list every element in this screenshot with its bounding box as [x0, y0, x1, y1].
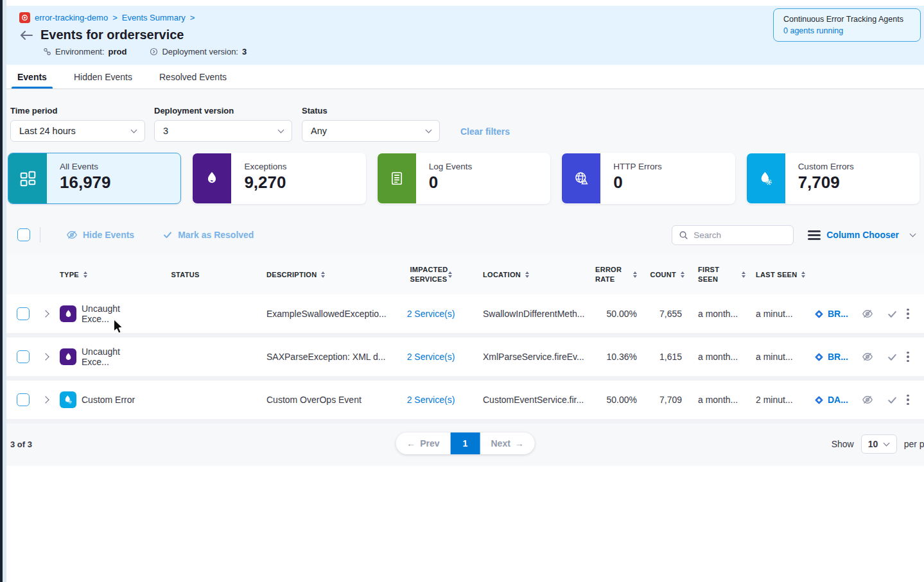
card-label: HTTP Errors — [613, 162, 662, 171]
agents-running-link[interactable]: 0 agents running — [783, 26, 911, 35]
module-icon — [19, 12, 30, 23]
page-number-button[interactable]: 1 — [451, 432, 480, 454]
tab-resolved-events[interactable]: Resolved Events — [153, 65, 232, 89]
clear-filters-button[interactable]: Clear filters — [460, 126, 510, 137]
column-header-description[interactable]: DESCRIPTION — [222, 270, 396, 280]
card-custom-errors[interactable]: Custom Errors 7,709 — [746, 153, 920, 204]
next-page-button[interactable]: Next → — [480, 432, 535, 454]
breadcrumb-project[interactable]: error-tracking-demo — [35, 13, 108, 22]
sort-icon — [801, 271, 805, 278]
hide-event-eye-off-icon[interactable] — [862, 351, 877, 363]
sort-icon — [83, 271, 87, 278]
table-row: Uncaught Exce... ExampleSwallowedExcepti… — [6, 295, 924, 338]
custom-error-flame-gear-icon — [60, 391, 76, 408]
time-period-select[interactable]: Last 24 hours — [10, 120, 145, 142]
row-menu-kebab-icon[interactable] — [907, 352, 909, 363]
card-label: All Events — [60, 162, 111, 171]
environment-meta: Environment: prod — [43, 47, 126, 56]
column-header-first-seen[interactable]: FIRST SEEN — [684, 265, 745, 284]
column-header-impacted-services[interactable]: IMPACTED SERVICES — [396, 265, 466, 284]
table-row: Uncaught Exce... SAXParseException: XML … — [6, 338, 924, 381]
sort-icon — [448, 271, 452, 278]
deployment-icon — [150, 47, 158, 56]
resolve-check-icon[interactable] — [887, 352, 899, 363]
expand-row-icon[interactable] — [42, 353, 49, 360]
impacted-services-link[interactable]: 2 Service(s) — [407, 352, 455, 362]
show-label: Show — [832, 439, 854, 449]
card-exceptions[interactable]: Exceptions 9,270 — [192, 153, 365, 204]
column-header-error-rate[interactable]: ERROR RATE — [585, 265, 640, 284]
deployment-version-value: 3 — [163, 126, 168, 136]
error-rate-cell: 50.00% — [585, 309, 640, 319]
impacted-services-link[interactable]: 2 Service(s) — [407, 395, 455, 405]
search-input[interactable] — [693, 230, 787, 240]
sort-icon — [321, 271, 325, 278]
hamburger-icon — [808, 230, 821, 240]
status-select[interactable]: Any — [302, 120, 440, 142]
card-label: Log Events — [429, 162, 473, 171]
type-label: Uncaught Exce... — [82, 347, 148, 367]
hide-event-eye-off-icon[interactable] — [862, 308, 877, 320]
flame-icon — [193, 153, 231, 203]
count-cell: 1,615 — [640, 352, 684, 362]
work-item-diamond-icon — [814, 309, 824, 319]
card-http-errors[interactable]: HTTP Errors 0 — [561, 153, 735, 204]
type-label: Uncaught Exce... — [82, 304, 148, 324]
mark-resolved-button[interactable]: Mark as Resolved — [162, 230, 254, 240]
expand-row-icon[interactable] — [42, 310, 49, 317]
type-cell: Custom Error — [55, 391, 148, 408]
row-menu-kebab-icon[interactable] — [907, 395, 909, 406]
back-arrow-icon[interactable] — [19, 30, 33, 40]
row-menu-kebab-icon[interactable] — [907, 309, 909, 320]
page-size-control: Show 10 per page — [832, 434, 924, 454]
last-seen-cell: 2 minut... — [745, 395, 806, 405]
events-table: TYPE STATUS DESCRIPTION IMPACTED SERVICE… — [6, 255, 924, 424]
resolve-check-icon[interactable] — [887, 395, 899, 406]
agents-box-title: Continuous Error Tracking Agents — [783, 15, 911, 24]
breadcrumb-events-summary[interactable]: Events Summary — [122, 13, 186, 22]
page-size-select[interactable]: 10 — [861, 434, 897, 454]
globe-error-icon — [562, 153, 600, 203]
card-log-events[interactable]: Log Events 0 — [377, 153, 550, 204]
hide-event-eye-off-icon[interactable] — [862, 394, 877, 406]
resolve-check-icon[interactable] — [887, 309, 899, 320]
page-title: Events for orderservice — [40, 28, 184, 42]
main-content: Time period Last 24 hours Deployment ver… — [6, 89, 924, 466]
tab-hidden-events[interactable]: Hidden Events — [68, 65, 138, 89]
agents-status-box: Continuous Error Tracking Agents 0 agent… — [773, 8, 921, 42]
row-checkbox[interactable] — [17, 393, 30, 406]
row-checkbox[interactable] — [17, 350, 30, 363]
deployment-label: Deployment version: — [162, 47, 238, 56]
expand-row-icon[interactable] — [42, 396, 49, 403]
card-all-events[interactable]: All Events 16,979 — [8, 153, 181, 204]
time-period-filter: Time period Last 24 hours — [10, 106, 145, 142]
environment-value: prod — [109, 47, 127, 56]
tab-events[interactable]: Events — [12, 65, 53, 89]
column-header-location[interactable]: LOCATION — [466, 270, 585, 280]
error-rate-cell: 10.36% — [585, 352, 640, 362]
deployment-version-select[interactable]: 3 — [154, 120, 292, 142]
column-header-type[interactable]: TYPE — [55, 270, 148, 280]
first-seen-cell: a month... — [684, 352, 745, 362]
prev-page-button[interactable]: ← Prev — [396, 432, 450, 454]
column-header-count[interactable]: COUNT — [640, 270, 684, 280]
count-cell: 7,655 — [640, 309, 684, 319]
deployment-meta: Deployment version: 3 — [150, 47, 247, 56]
card-value: 16,979 — [60, 173, 111, 193]
table-toolbar: Hide Events Mark as Resolved Column Choo… — [6, 224, 924, 246]
chevron-down-icon — [910, 231, 916, 237]
chevron-down-icon — [278, 127, 284, 133]
select-all-checkbox[interactable] — [17, 228, 30, 241]
column-header-last-seen[interactable]: LAST SEEN — [745, 270, 806, 280]
column-chooser-button[interactable]: Column Chooser — [808, 230, 915, 240]
impacted-services-link[interactable]: 2 Service(s) — [407, 309, 455, 319]
table-header-row: TYPE STATUS DESCRIPTION IMPACTED SERVICE… — [6, 255, 924, 295]
description-cell: SAXParseException: XML d... — [222, 352, 396, 362]
arrow-left-icon: ← — [406, 438, 415, 449]
deployment-version-filter: Deployment version 3 — [154, 106, 292, 142]
column-chooser-label: Column Chooser — [826, 230, 899, 240]
exception-flame-icon — [60, 348, 76, 365]
location-cell: CustomEventService.fir... — [466, 395, 585, 405]
hide-events-button[interactable]: Hide Events — [66, 229, 134, 241]
row-checkbox[interactable] — [17, 307, 30, 320]
